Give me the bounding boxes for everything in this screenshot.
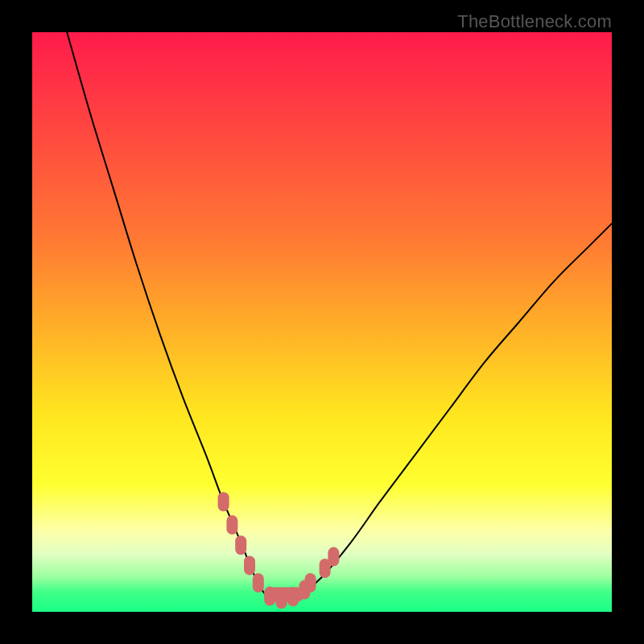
curve-marker (218, 492, 229, 511)
bottleneck-chart (32, 32, 612, 612)
optimal-band (264, 587, 304, 601)
plot-area (32, 32, 612, 612)
chart-frame: TheBottleneck.com (0, 0, 644, 644)
watermark-text: TheBottleneck.com (457, 11, 612, 32)
bottleneck-curve (67, 32, 612, 601)
curve-marker (226, 515, 237, 535)
curve-marker (244, 555, 255, 575)
curve-marker (305, 573, 316, 592)
curve-marker (328, 547, 339, 567)
curve-marker (235, 535, 246, 555)
curve-marker (253, 573, 264, 592)
